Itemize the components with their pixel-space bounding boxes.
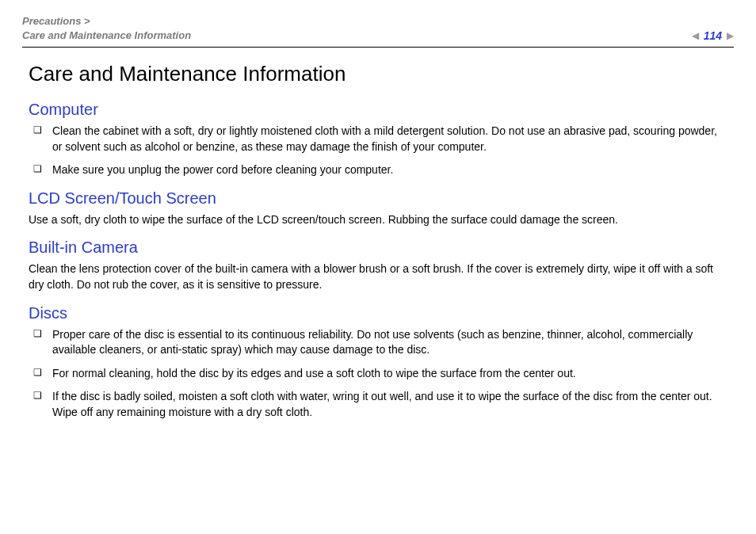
computer-list: Clean the cabinet with a soft, dry or li… bbox=[29, 124, 727, 178]
page-header: Precautions > Care and Maintenance Infor… bbox=[22, 14, 734, 48]
list-item: If the disc is badly soiled, moisten a s… bbox=[29, 389, 727, 420]
prev-page-arrow-icon[interactable]: ◀ bbox=[692, 30, 699, 41]
section-heading-camera: Built-in Camera bbox=[29, 238, 727, 257]
breadcrumb: Precautions > Care and Maintenance Infor… bbox=[22, 14, 191, 42]
camera-paragraph: Clean the lens protection cover of the b… bbox=[29, 261, 727, 292]
page-title: Care and Maintenance Information bbox=[29, 62, 727, 86]
list-item: Proper care of the disc is essential to … bbox=[29, 327, 727, 358]
page-content: Care and Maintenance Information Compute… bbox=[22, 62, 734, 421]
lcd-paragraph: Use a soft, dry cloth to wipe the surfac… bbox=[29, 212, 727, 228]
discs-list: Proper care of the disc is essential to … bbox=[29, 327, 727, 421]
list-item: Clean the cabinet with a soft, dry or li… bbox=[29, 124, 727, 154]
list-item: Make sure you unplug the power cord befo… bbox=[29, 162, 727, 178]
section-heading-discs: Discs bbox=[29, 304, 727, 322]
document-page: Precautions > Care and Maintenance Infor… bbox=[0, 0, 756, 421]
page-number: 114 bbox=[704, 29, 722, 42]
section-heading-lcd: LCD Screen/Touch Screen bbox=[29, 189, 727, 208]
section-heading-computer: Computer bbox=[29, 101, 727, 119]
list-item: For normal cleaning, hold the disc by it… bbox=[29, 366, 727, 382]
breadcrumb-line-1: Precautions > bbox=[22, 14, 191, 29]
page-number-nav: ◀ 114 ▶ bbox=[692, 29, 734, 42]
breadcrumb-line-2: Care and Maintenance Information bbox=[22, 29, 191, 43]
next-page-arrow-icon[interactable]: ▶ bbox=[727, 30, 734, 41]
